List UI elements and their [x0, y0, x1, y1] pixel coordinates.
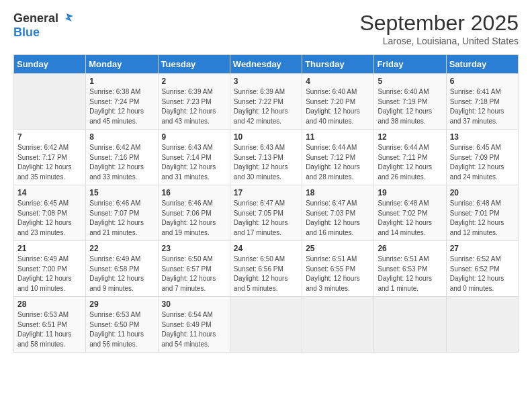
day-info: Sunrise: 6:52 AMSunset: 6:52 PMDaylight:… — [450, 255, 515, 293]
svg-marker-0 — [65, 13, 73, 21]
calendar-cell: 19Sunrise: 6:48 AMSunset: 7:02 PMDayligh… — [374, 185, 446, 241]
day-info: Sunrise: 6:47 AMSunset: 7:03 PMDaylight:… — [306, 199, 370, 238]
calendar-cell: 6Sunrise: 6:41 AMSunset: 7:18 PMDaylight… — [446, 74, 518, 130]
calendar-cell: 8Sunrise: 6:42 AMSunset: 7:16 PMDaylight… — [86, 130, 158, 185]
calendar-cell: 2Sunrise: 6:39 AMSunset: 7:23 PMDaylight… — [158, 74, 230, 130]
weekday-header-sunday: Sunday — [14, 55, 86, 74]
calendar-cell — [230, 297, 302, 353]
page-header: General Blue September 2025 Larose, Loui… — [13, 11, 519, 46]
month-title: September 2025 — [359, 11, 519, 36]
day-number: 23 — [162, 244, 226, 253]
day-number: 14 — [17, 188, 82, 197]
day-info: Sunrise: 6:53 AMSunset: 6:51 PMDaylight:… — [17, 310, 82, 349]
day-number: 19 — [378, 188, 442, 197]
logo-general-text: General — [13, 11, 58, 26]
day-info: Sunrise: 6:47 AMSunset: 7:05 PMDaylight:… — [234, 199, 298, 238]
calendar-cell: 22Sunrise: 6:49 AMSunset: 6:58 PMDayligh… — [86, 241, 158, 297]
day-info: Sunrise: 6:41 AMSunset: 7:18 PMDaylight:… — [450, 87, 515, 126]
day-info: Sunrise: 6:39 AMSunset: 7:23 PMDaylight:… — [162, 87, 226, 126]
calendar-week-row: 21Sunrise: 6:49 AMSunset: 7:00 PMDayligh… — [14, 241, 519, 297]
day-number: 28 — [17, 300, 82, 309]
day-info: Sunrise: 6:45 AMSunset: 7:08 PMDaylight:… — [17, 199, 82, 238]
day-number: 8 — [89, 132, 154, 142]
day-number: 4 — [306, 77, 370, 86]
day-number: 16 — [162, 188, 226, 197]
day-number: 15 — [89, 188, 154, 197]
calendar-cell — [302, 297, 374, 353]
calendar-cell: 16Sunrise: 6:46 AMSunset: 7:06 PMDayligh… — [158, 185, 230, 241]
calendar-cell: 15Sunrise: 6:46 AMSunset: 7:07 PMDayligh… — [86, 185, 158, 241]
day-number: 22 — [89, 244, 154, 253]
day-info: Sunrise: 6:42 AMSunset: 7:16 PMDaylight:… — [89, 143, 154, 182]
weekday-header-wednesday: Wednesday — [230, 55, 302, 74]
weekday-header-thursday: Thursday — [302, 55, 374, 74]
calendar-cell: 9Sunrise: 6:43 AMSunset: 7:14 PMDaylight… — [158, 130, 230, 185]
calendar-cell: 20Sunrise: 6:48 AMSunset: 7:01 PMDayligh… — [446, 185, 518, 241]
calendar-cell — [446, 297, 518, 353]
calendar-cell — [14, 74, 86, 130]
calendar-cell: 23Sunrise: 6:50 AMSunset: 6:57 PMDayligh… — [158, 241, 230, 297]
calendar-cell: 29Sunrise: 6:53 AMSunset: 6:50 PMDayligh… — [86, 297, 158, 353]
calendar-cell: 30Sunrise: 6:54 AMSunset: 6:49 PMDayligh… — [158, 297, 230, 353]
day-info: Sunrise: 6:50 AMSunset: 6:56 PMDaylight:… — [234, 255, 298, 293]
day-info: Sunrise: 6:51 AMSunset: 6:53 PMDaylight:… — [378, 255, 442, 293]
day-number: 27 — [450, 244, 515, 253]
day-info: Sunrise: 6:46 AMSunset: 7:07 PMDaylight:… — [89, 199, 154, 238]
day-info: Sunrise: 6:38 AMSunset: 7:24 PMDaylight:… — [89, 87, 154, 126]
day-number: 3 — [234, 77, 298, 86]
title-block: September 2025 Larose, Louisiana, United… — [359, 11, 519, 46]
day-number: 12 — [378, 132, 442, 142]
day-info: Sunrise: 6:39 AMSunset: 7:22 PMDaylight:… — [234, 87, 298, 126]
location: Larose, Louisiana, United States — [359, 36, 519, 46]
logo: General Blue — [13, 11, 75, 40]
calendar-cell: 10Sunrise: 6:43 AMSunset: 7:13 PMDayligh… — [230, 130, 302, 185]
day-number: 6 — [450, 77, 515, 86]
calendar-week-row: 28Sunrise: 6:53 AMSunset: 6:51 PMDayligh… — [14, 297, 519, 353]
day-info: Sunrise: 6:43 AMSunset: 7:14 PMDaylight:… — [162, 143, 226, 182]
calendar-cell: 1Sunrise: 6:38 AMSunset: 7:24 PMDaylight… — [86, 74, 158, 130]
day-number: 30 — [162, 300, 226, 309]
calendar-cell: 3Sunrise: 6:39 AMSunset: 7:22 PMDaylight… — [230, 74, 302, 130]
day-info: Sunrise: 6:40 AMSunset: 7:20 PMDaylight:… — [306, 87, 370, 126]
calendar-cell: 5Sunrise: 6:40 AMSunset: 7:19 PMDaylight… — [374, 74, 446, 130]
calendar-cell: 12Sunrise: 6:44 AMSunset: 7:11 PMDayligh… — [374, 130, 446, 185]
day-number: 11 — [306, 132, 370, 142]
day-info: Sunrise: 6:44 AMSunset: 7:11 PMDaylight:… — [378, 143, 442, 182]
day-number: 26 — [378, 244, 442, 253]
day-number: 5 — [378, 77, 442, 86]
day-info: Sunrise: 6:50 AMSunset: 6:57 PMDaylight:… — [162, 255, 226, 293]
calendar-cell: 21Sunrise: 6:49 AMSunset: 7:00 PMDayligh… — [14, 241, 86, 297]
day-number: 29 — [89, 300, 154, 309]
logo-blue-text: Blue — [13, 26, 40, 39]
day-number: 10 — [234, 132, 298, 142]
day-number: 18 — [306, 188, 370, 197]
day-info: Sunrise: 6:49 AMSunset: 6:58 PMDaylight:… — [89, 255, 154, 293]
calendar-cell: 28Sunrise: 6:53 AMSunset: 6:51 PMDayligh… — [14, 297, 86, 353]
calendar-cell: 25Sunrise: 6:51 AMSunset: 6:55 PMDayligh… — [302, 241, 374, 297]
weekday-header-friday: Friday — [374, 55, 446, 74]
day-info: Sunrise: 6:43 AMSunset: 7:13 PMDaylight:… — [234, 143, 298, 182]
calendar-week-row: 7Sunrise: 6:42 AMSunset: 7:17 PMDaylight… — [14, 130, 519, 185]
day-number: 17 — [234, 188, 298, 197]
calendar-table: SundayMondayTuesdayWednesdayThursdayFrid… — [13, 54, 519, 353]
day-info: Sunrise: 6:49 AMSunset: 7:00 PMDaylight:… — [17, 255, 82, 293]
weekday-header-row: SundayMondayTuesdayWednesdayThursdayFrid… — [14, 55, 519, 74]
day-info: Sunrise: 6:54 AMSunset: 6:49 PMDaylight:… — [162, 310, 226, 349]
calendar-cell: 4Sunrise: 6:40 AMSunset: 7:20 PMDaylight… — [302, 74, 374, 130]
day-number: 24 — [234, 244, 298, 253]
day-number: 21 — [17, 244, 82, 253]
day-number: 2 — [162, 77, 226, 86]
day-number: 7 — [17, 132, 82, 142]
day-number: 25 — [306, 244, 370, 253]
day-info: Sunrise: 6:40 AMSunset: 7:19 PMDaylight:… — [378, 87, 442, 126]
logo-bird-icon — [60, 11, 75, 26]
day-number: 20 — [450, 188, 515, 197]
weekday-header-tuesday: Tuesday — [158, 55, 230, 74]
calendar-cell: 18Sunrise: 6:47 AMSunset: 7:03 PMDayligh… — [302, 185, 374, 241]
weekday-header-saturday: Saturday — [446, 55, 518, 74]
calendar-cell: 27Sunrise: 6:52 AMSunset: 6:52 PMDayligh… — [446, 241, 518, 297]
calendar-cell: 26Sunrise: 6:51 AMSunset: 6:53 PMDayligh… — [374, 241, 446, 297]
day-info: Sunrise: 6:45 AMSunset: 7:09 PMDaylight:… — [450, 143, 515, 182]
calendar-cell: 7Sunrise: 6:42 AMSunset: 7:17 PMDaylight… — [14, 130, 86, 185]
day-info: Sunrise: 6:42 AMSunset: 7:17 PMDaylight:… — [17, 143, 82, 182]
